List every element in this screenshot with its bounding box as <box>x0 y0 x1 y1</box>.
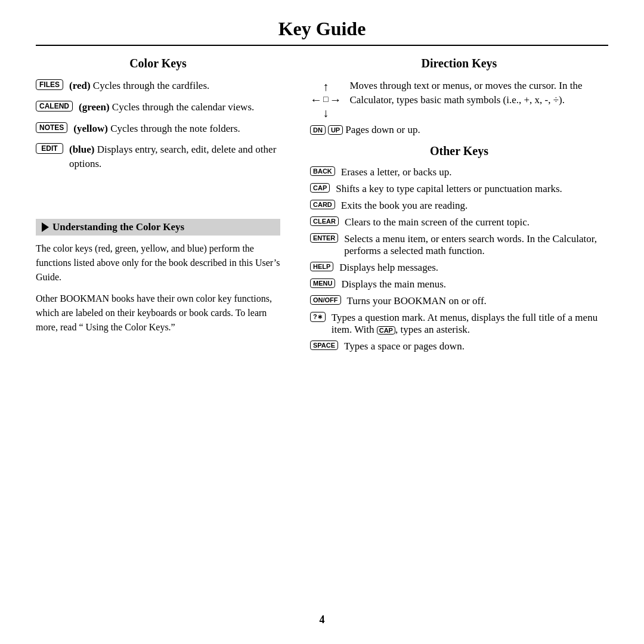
list-item: EDIT (blue) Displays entry, search, edit… <box>36 143 280 171</box>
calend-key-desc: (green) Cycles through the calendar view… <box>79 100 254 114</box>
list-item: CARD Exits the book you are reading. <box>310 200 608 212</box>
list-item: HELP Displays help messages. <box>310 262 608 274</box>
direction-icon-row: ↑ ← □ → ↓ Moves through text or menus, o… <box>310 79 608 119</box>
direction-desc: Moves through text or menus, or moves th… <box>349 79 608 107</box>
understanding-title: Understanding the Color Keys <box>52 221 184 233</box>
page-title: Key Guide <box>36 18 608 46</box>
list-item: CALEND (green) Cycles through the calend… <box>36 100 280 114</box>
edit-key-badge: EDIT <box>36 143 63 154</box>
notes-key-badge: NOTES <box>36 122 67 133</box>
clear-key-badge: CLEAR <box>310 216 339 226</box>
clear-key-desc: Clears to the main screen of the current… <box>345 216 530 228</box>
understanding-body2: Other BOOKMAN books have their own color… <box>36 292 280 335</box>
right-arrow: → <box>329 93 341 106</box>
back-key-desc: Erases a letter, or backs up. <box>341 166 452 178</box>
list-item: SPACE Types a space or pages down. <box>310 340 608 352</box>
right-column: Direction Keys ↑ ← □ → ↓ Moves through t… <box>298 57 608 608</box>
card-key-badge: CARD <box>310 200 335 209</box>
list-item: ?∗ Types a question mark. At menus, disp… <box>310 312 608 336</box>
enter-key-desc: Selects a menu item, or enters search wo… <box>344 233 608 257</box>
cap-key-desc: Shifts a key to type capital letters or … <box>336 183 562 195</box>
space-key-badge: SPACE <box>310 340 338 350</box>
other-keys-list: BACK Erases a letter, or backs up. CAP S… <box>310 166 608 352</box>
left-arrow: ← <box>310 93 322 106</box>
list-item: ON/OFF Turns your BOOKMAN on or off. <box>310 295 608 307</box>
cap-inline-key: CAP <box>377 326 395 335</box>
list-item: MENU Displays the main menus. <box>310 278 608 290</box>
menu-key-desc: Displays the main menus. <box>341 278 446 290</box>
left-column: Color Keys FILES (red) Cycles through th… <box>36 57 298 608</box>
list-item: CLEAR Clears to the main screen of the c… <box>310 216 608 228</box>
qmark-key-badge: ?∗ <box>310 312 326 322</box>
center-box: □ <box>323 95 328 104</box>
files-key-desc: (red) Cycles through the cardfiles. <box>69 79 209 93</box>
up-arrow: ↑ <box>323 80 329 93</box>
help-key-desc: Displays help messages. <box>339 262 438 274</box>
understanding-body1: The color keys (red, green, yellow, and … <box>36 242 280 284</box>
list-item: NOTES (yellow) Cycles through the note f… <box>36 122 280 136</box>
direction-keys-title: Direction Keys <box>310 57 608 70</box>
qmark-key-desc: Types a question mark. At menus, display… <box>332 312 608 336</box>
files-key-badge: FILES <box>36 79 63 90</box>
down-arrow: ↓ <box>323 106 329 119</box>
cap-key-badge: CAP <box>310 183 330 193</box>
color-keys-title: Color Keys <box>36 57 280 70</box>
dn-up-desc: Pages down or up. <box>345 124 420 136</box>
list-item: FILES (red) Cycles through the cardfiles… <box>36 79 280 93</box>
menu-key-badge: MENU <box>310 278 335 288</box>
card-key-desc: Exits the book you are reading. <box>341 200 467 212</box>
other-keys-title: Other Keys <box>310 144 608 158</box>
page-number: 4 <box>36 614 608 626</box>
list-item: CAP Shifts a key to type capital letters… <box>310 183 608 195</box>
list-item: BACK Erases a letter, or backs up. <box>310 166 608 178</box>
edit-key-desc: (blue) Displays entry, search, edit, del… <box>69 143 280 171</box>
understanding-box: Understanding the Color Keys <box>36 219 280 236</box>
arrow-cross-icon: ↑ ← □ → ↓ <box>310 80 341 119</box>
page: Key Guide Color Keys FILES (red) Cycles … <box>0 0 644 644</box>
enter-key-badge: ENTER <box>310 233 338 243</box>
dn-up-row: DN UP Pages down or up. <box>310 124 608 136</box>
dn-badge: DN <box>310 125 326 135</box>
up-badge: UP <box>328 125 343 135</box>
notes-key-desc: (yellow) Cycles through the note folders… <box>73 122 240 136</box>
main-content: Color Keys FILES (red) Cycles through th… <box>36 57 608 608</box>
direction-section: ↑ ← □ → ↓ Moves through text or menus, o… <box>310 79 608 136</box>
list-item: ENTER Selects a menu item, or enters sea… <box>310 233 608 257</box>
color-keys-list: FILES (red) Cycles through the cardfiles… <box>36 79 280 171</box>
back-key-badge: BACK <box>310 166 335 176</box>
onoff-key-desc: Turns your BOOKMAN on or off. <box>347 295 487 307</box>
triangle-icon <box>42 222 49 232</box>
onoff-key-badge: ON/OFF <box>310 295 341 305</box>
space-key-desc: Types a space or pages down. <box>344 340 465 352</box>
help-key-badge: HELP <box>310 262 333 271</box>
calend-key-badge: CALEND <box>36 101 73 112</box>
